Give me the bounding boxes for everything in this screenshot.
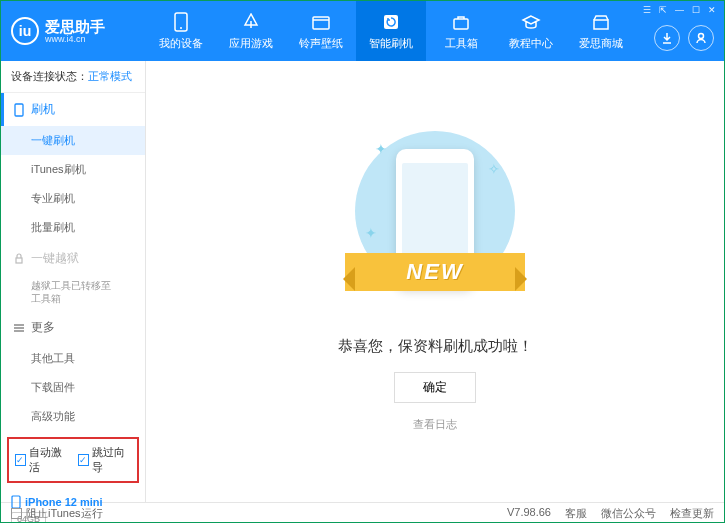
app-url: www.i4.cn	[45, 34, 105, 44]
footer-link-update[interactable]: 检查更新	[670, 506, 714, 521]
folder-icon	[311, 12, 331, 32]
section-more[interactable]: 更多	[1, 311, 145, 344]
sidebar-item-advanced[interactable]: 高级功能	[1, 402, 145, 431]
sidebar-item-onekey[interactable]: 一键刷机	[1, 126, 145, 155]
minimize-icon[interactable]: —	[675, 5, 684, 15]
menu-icon[interactable]: ☰	[643, 5, 651, 15]
nav-tutorials[interactable]: 教程中心	[496, 1, 566, 61]
svg-rect-3	[384, 15, 398, 29]
nav-apps[interactable]: 应用游戏	[216, 1, 286, 61]
checkbox-auto-activate[interactable]: ✓自动激活	[15, 445, 68, 475]
svg-rect-4	[454, 19, 468, 29]
download-button[interactable]	[654, 25, 680, 51]
svg-point-6	[699, 34, 704, 39]
window-controls: ☰ ⇱ — ☐ ✕	[643, 5, 716, 15]
app-title: 爱思助手	[45, 19, 105, 34]
footer-link-support[interactable]: 客服	[565, 506, 587, 521]
phone-small-icon	[13, 103, 25, 117]
toolbox-icon	[451, 12, 471, 32]
checkbox-skip-guide[interactable]: ✓跳过向导	[78, 445, 131, 475]
version-label: V7.98.66	[507, 506, 551, 521]
svg-point-1	[180, 27, 182, 29]
sidebar-item-other[interactable]: 其他工具	[1, 344, 145, 373]
success-illustration: ✦ ✧ ✦ NEW	[355, 131, 515, 311]
main-nav: 我的设备 应用游戏 铃声壁纸 智能刷机 工具箱 教程中心 爱思商城	[146, 1, 724, 61]
nav-ringtones[interactable]: 铃声壁纸	[286, 1, 356, 61]
phone-icon	[171, 12, 191, 32]
banner-text: NEW	[406, 259, 463, 285]
nav-flash[interactable]: 智能刷机	[356, 1, 426, 61]
lock-icon	[13, 253, 25, 265]
apps-icon	[241, 12, 261, 32]
app-header: iu 爱思助手 www.i4.cn 我的设备 应用游戏 铃声壁纸 智能刷机 工具…	[1, 1, 724, 61]
grad-cap-icon	[521, 12, 541, 32]
store-icon	[591, 12, 611, 32]
svg-rect-5	[594, 20, 608, 29]
logo-area: iu 爱思助手 www.i4.cn	[1, 17, 146, 45]
ok-button[interactable]: 确定	[394, 372, 476, 403]
options-box: ✓自动激活 ✓跳过向导	[7, 437, 139, 483]
jailbreak-note: 越狱工具已转移至 工具箱	[1, 275, 145, 311]
connection-status: 设备连接状态：正常模式	[1, 61, 145, 93]
main-content: ✦ ✧ ✦ NEW 恭喜您，保资料刷机成功啦！ 确定 查看日志	[146, 61, 724, 502]
nav-store[interactable]: 爱思商城	[566, 1, 636, 61]
svg-rect-8	[16, 258, 22, 263]
sidebar-item-batch[interactable]: 批量刷机	[1, 213, 145, 242]
user-button[interactable]	[688, 25, 714, 51]
nav-my-device[interactable]: 我的设备	[146, 1, 216, 61]
pin-icon[interactable]: ⇱	[659, 5, 667, 15]
sidebar: 设备连接状态：正常模式 刷机 一键刷机 iTunes刷机 专业刷机 批量刷机 一…	[1, 61, 146, 502]
maximize-icon[interactable]: ☐	[692, 5, 700, 15]
logo-icon: iu	[11, 17, 39, 45]
section-brush[interactable]: 刷机	[1, 93, 145, 126]
svg-rect-7	[15, 104, 23, 116]
checkbox-block-itunes[interactable]	[11, 508, 22, 519]
footer-link-wechat[interactable]: 微信公众号	[601, 506, 656, 521]
sidebar-item-download[interactable]: 下载固件	[1, 373, 145, 402]
list-icon	[13, 323, 25, 333]
refresh-icon	[381, 12, 401, 32]
sidebar-item-itunes[interactable]: iTunes刷机	[1, 155, 145, 184]
sidebar-item-pro[interactable]: 专业刷机	[1, 184, 145, 213]
section-jailbreak: 一键越狱	[1, 242, 145, 275]
svg-rect-2	[313, 17, 329, 29]
block-itunes-label: 阻止iTunes运行	[26, 506, 103, 521]
view-log-link[interactable]: 查看日志	[413, 417, 457, 432]
close-icon[interactable]: ✕	[708, 5, 716, 15]
nav-toolbox[interactable]: 工具箱	[426, 1, 496, 61]
success-message: 恭喜您，保资料刷机成功啦！	[338, 337, 533, 356]
